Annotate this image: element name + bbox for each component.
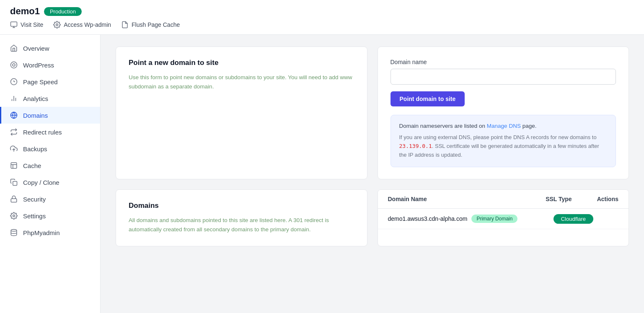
sidebar-item-redirect-rules-label: Redirect rules: [23, 129, 62, 136]
sidebar-item-overview[interactable]: Overview: [0, 40, 100, 57]
svg-rect-15: [11, 163, 17, 168]
gear-icon: [53, 21, 61, 28]
col-domain-name: Domain Name: [388, 196, 546, 202]
wordpress-icon: [10, 61, 18, 69]
sidebar-item-settings[interactable]: Settings: [0, 207, 100, 224]
sidebar-item-backups[interactable]: Backups: [0, 140, 100, 157]
sidebar: Overview WordPress Page Speed: [0, 35, 101, 313]
manage-dns-link[interactable]: Manage DNS: [487, 123, 521, 129]
copy-icon: [10, 178, 18, 186]
cache-icon: [10, 161, 18, 170]
dns-info-line2: If you are using external DNS, please po…: [399, 133, 608, 159]
table-header-row: Domain Name SSL Type Actions: [378, 190, 629, 209]
sidebar-item-redirect-rules[interactable]: Redirect rules: [0, 124, 100, 140]
lock-icon: [10, 195, 18, 203]
domain-name-value: demo1.awsus3.cdn-alpha.com: [388, 215, 468, 222]
site-name: demo1: [10, 6, 40, 17]
sidebar-item-settings-label: Settings: [23, 212, 46, 220]
file-icon: [121, 21, 129, 28]
svg-point-20: [13, 215, 15, 217]
home-icon: [10, 44, 18, 52]
top-bar-actions: Visit Site Access Wp-admin Flush Page Ca…: [10, 21, 634, 34]
visit-site-button[interactable]: Visit Site: [10, 21, 43, 34]
svg-point-5: [13, 64, 15, 66]
dns-info-suffix: page.: [521, 123, 537, 129]
sidebar-item-domains[interactable]: Domains: [0, 107, 100, 124]
domains-description-panel: Domains All domains and subdomains point…: [116, 189, 367, 246]
point-domain-description: Use this form to point new domains or su…: [129, 73, 354, 91]
sidebar-item-security-label: Security: [23, 196, 46, 203]
settings-icon: [10, 212, 18, 220]
gauge-icon: [10, 78, 18, 86]
svg-rect-19: [11, 199, 17, 202]
app-layout: demo1 Production Visit Site Access Wp-ad…: [0, 0, 644, 313]
sidebar-item-analytics[interactable]: Analytics: [0, 90, 100, 107]
redirect-icon: [10, 128, 18, 136]
top-bar-title: demo1 Production: [10, 6, 634, 17]
sidebar-item-phpmyadmin-label: PhpMyadmin: [23, 229, 60, 236]
sidebar-item-phpmyadmin[interactable]: PhpMyadmin: [0, 224, 100, 241]
content-area: Point a new domain to site Use this form…: [101, 35, 644, 313]
dns-info-prefix: Domain nameservers are listed on: [399, 123, 487, 129]
domain-name-cell: demo1.awsus3.cdn-alpha.com Primary Domai…: [388, 215, 553, 223]
flush-cache-label: Flush Page Cache: [132, 21, 180, 28]
main-layout: Overview WordPress Page Speed: [0, 35, 644, 313]
svg-rect-18: [13, 181, 17, 186]
point-domain-title: Point a new domain to site: [129, 59, 354, 67]
top-bar: demo1 Production Visit Site Access Wp-ad…: [0, 0, 644, 35]
sidebar-item-copy-clone-label: Copy / Clone: [23, 179, 59, 186]
primary-domain-badge: Primary Domain: [471, 215, 517, 223]
sidebar-item-domains-label: Domains: [23, 112, 48, 119]
svg-point-21: [11, 230, 17, 232]
analytics-icon: [10, 94, 18, 103]
sidebar-item-backups-label: Backups: [23, 145, 47, 153]
svg-point-3: [56, 24, 58, 26]
point-domain-button[interactable]: Point domain to site: [391, 91, 465, 106]
backup-icon: [10, 145, 18, 153]
point-domain-form-panel: Domain name Point domain to site Domain …: [378, 47, 629, 179]
access-wpadmin-button[interactable]: Access Wp-admin: [53, 21, 111, 34]
col-ssl-type: SSL Type: [546, 196, 597, 202]
cloudflare-badge: Cloudflare: [553, 214, 593, 224]
globe-icon: [10, 111, 18, 119]
sidebar-item-overview-label: Overview: [23, 45, 49, 52]
sidebar-item-analytics-label: Analytics: [23, 95, 48, 102]
production-badge: Production: [44, 7, 82, 16]
domain-name-label: Domain name: [391, 59, 616, 65]
ssl-type-cell: Cloudflare: [553, 215, 618, 222]
svg-point-4: [11, 62, 17, 68]
monitor-icon: [10, 21, 18, 28]
sidebar-item-wordpress-label: WordPress: [23, 62, 54, 69]
dns-info-line1: Domain nameservers are listed on Manage …: [399, 123, 608, 129]
sidebar-item-copy-clone[interactable]: Copy / Clone: [0, 174, 100, 191]
domains-title: Domains: [129, 202, 354, 210]
domains-table-panel: Domain Name SSL Type Actions demo1.awsus…: [378, 189, 629, 246]
domains-description: All domains and subdomains pointed to th…: [129, 216, 354, 234]
content-wrapper: Point a new domain to site Use this form…: [116, 47, 629, 246]
database-icon: [10, 228, 18, 237]
visit-site-label: Visit Site: [21, 21, 43, 28]
access-wpadmin-label: Access Wp-admin: [64, 21, 111, 28]
dns-info-line2-text: If you are using external DNS, please po…: [399, 134, 597, 140]
table-row: demo1.awsus3.cdn-alpha.com Primary Domai…: [378, 209, 629, 229]
domain-name-input[interactable]: [391, 69, 616, 85]
dns-info-box: Domain nameservers are listed on Manage …: [391, 115, 616, 167]
sidebar-item-page-speed-label: Page Speed: [23, 78, 58, 85]
point-domain-description-panel: Point a new domain to site Use this form…: [116, 47, 367, 179]
ip-address: 23.139.0.1: [399, 143, 432, 149]
flush-cache-button[interactable]: Flush Page Cache: [121, 21, 180, 34]
row-1: Point a new domain to site Use this form…: [116, 47, 629, 179]
sidebar-item-cache-label: Cache: [23, 162, 41, 169]
sidebar-item-cache[interactable]: Cache: [0, 157, 100, 174]
sidebar-item-security[interactable]: Security: [0, 191, 100, 207]
sidebar-item-wordpress[interactable]: WordPress: [0, 57, 100, 73]
col-actions: Actions: [597, 196, 618, 202]
svg-rect-0: [11, 22, 17, 26]
sidebar-item-page-speed[interactable]: Page Speed: [0, 73, 100, 90]
row-2: Domains All domains and subdomains point…: [116, 189, 629, 246]
